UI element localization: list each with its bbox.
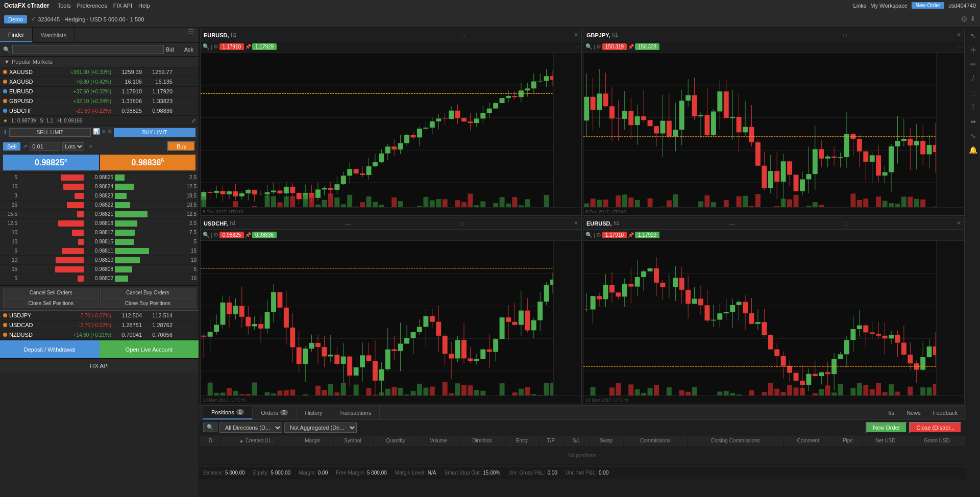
cancel-buy-btn[interactable]: Cancel Buy Orders: [100, 288, 196, 297]
chart-pin-icon[interactable]: 📌: [245, 44, 251, 49]
tab-positions[interactable]: Positions 0: [203, 406, 253, 419]
table-header-cell[interactable]: ID: [200, 436, 220, 445]
table-header-cell[interactable]: S/L: [565, 436, 589, 445]
table-header-cell[interactable]: T/P: [539, 436, 564, 445]
order-book-row[interactable]: 12.5 0.98818 2.5: [0, 219, 199, 228]
chart-minimize-icon[interactable]: —: [729, 220, 734, 227]
download-icon[interactable]: ⬇: [970, 14, 976, 24]
search-positions-icon[interactable]: 🔍: [203, 423, 217, 432]
volume-input[interactable]: [30, 142, 60, 151]
positions-new-order-btn[interactable]: New Order: [866, 422, 907, 433]
live-btn[interactable]: Open Live Account: [100, 340, 199, 358]
chart-close-icon[interactable]: ✕: [957, 220, 961, 227]
market-item-xauusd[interactable]: XAUUSD +381.00 (+0.30%) 1259.39 1259.77: [0, 67, 199, 77]
positions-close-btn[interactable]: Close (Disabl...: [909, 422, 962, 433]
table-header-cell[interactable]: Gross USD: [910, 436, 965, 445]
order-book-row[interactable]: 5 0.98802 10: [0, 274, 199, 283]
zoom-in-icon[interactable]: 🔍: [203, 232, 210, 238]
cancel-sell-btn[interactable]: Cancel Sell Orders: [3, 288, 99, 297]
line-icon[interactable]: /: [970, 72, 976, 85]
chart-settings-icon[interactable]: ⚙: [596, 232, 601, 238]
chart-maximize-icon[interactable]: □: [461, 32, 464, 38]
market-item-usdjpy[interactable]: USDJPY -7.70 (-0.07%) 112.504 112.514: [0, 311, 199, 320]
market-item-usdcad[interactable]: USDCAD -2.70 (-0.02%) 1.28751 1.28762: [0, 320, 199, 330]
workspace-btn[interactable]: My Workspace: [870, 3, 908, 9]
tab-watchlists[interactable]: Watchlists: [33, 28, 75, 42]
chart-body[interactable]: 13 Dec 2017, UTC+0: [201, 241, 581, 404]
chart-pin-icon[interactable]: 📌: [628, 232, 634, 238]
crosshair-icon[interactable]: ✛: [968, 44, 978, 56]
table-header-cell[interactable]: Symbol: [333, 436, 373, 445]
chart-more-icon[interactable]: ⋯: [957, 232, 962, 238]
buy-limit-btn[interactable]: BUY LIMIT: [114, 128, 195, 137]
order-book-row[interactable]: 5 0.98811 15: [0, 246, 199, 256]
chart-maximize-icon[interactable]: □: [844, 220, 847, 227]
buy-btn[interactable]: Buy: [167, 141, 195, 152]
sell-limit-btn[interactable]: SELL LIMIT: [9, 128, 91, 137]
settings-icon[interactable]: ⚙: [961, 14, 968, 24]
chart-close-icon[interactable]: ✕: [574, 32, 578, 38]
chart-more-icon[interactable]: ⋯: [957, 44, 962, 49]
sell-price-display[interactable]: 0.98825s: [3, 155, 99, 170]
chart-pin-icon[interactable]: 📌: [245, 232, 251, 238]
alert-icon[interactable]: 🔔: [967, 144, 979, 156]
order-book-row[interactable]: 3 0.98823 10.5: [0, 191, 199, 201]
table-header-cell[interactable]: Net USD: [863, 436, 909, 445]
order-book-row[interactable]: 15.5 0.98821 12.5: [0, 210, 199, 219]
menu-tools[interactable]: Tools: [58, 3, 71, 9]
table-header-cell[interactable]: Margin: [294, 436, 332, 445]
volume-select[interactable]: Lots: [62, 142, 84, 151]
chart-settings-icon[interactable]: ⚙: [213, 43, 218, 50]
buy-price-display[interactable]: 0.988366: [100, 155, 196, 170]
chart-more-icon[interactable]: ⋯: [574, 232, 579, 238]
chart-minimize-icon[interactable]: —: [346, 32, 352, 38]
measure-icon[interactable]: ⬌: [968, 115, 978, 128]
news-tab[interactable]: News: [902, 410, 925, 416]
order-book-row[interactable]: 10 0.98815 5: [0, 237, 199, 246]
order-book-row[interactable]: 15 0.98808 5: [0, 265, 199, 274]
aggregation-select[interactable]: Not Aggregated (De...: [284, 423, 357, 433]
tab-finder[interactable]: Finder: [0, 28, 33, 42]
deposit-btn[interactable]: Deposit / Withdrawal: [0, 340, 100, 358]
chart-minimize-icon[interactable]: —: [728, 32, 733, 38]
market-item-nzdusd[interactable]: NZDUSD +14.60 (+0.21%) 0.70041 0.70056: [0, 330, 199, 340]
table-header-cell[interactable]: Quantity: [374, 436, 418, 445]
rect-icon[interactable]: □: [969, 87, 977, 99]
tab-transactions[interactable]: Transactions: [331, 406, 380, 419]
close-buy-btn[interactable]: Close Buy Positions: [100, 299, 196, 308]
chart-body[interactable]: 8 Dec 2017, UTC+0: [201, 53, 581, 215]
pen-icon[interactable]: ✏: [968, 58, 978, 70]
chart-close-icon[interactable]: ✕: [957, 32, 961, 38]
direction-select[interactable]: All Directions (D...: [219, 423, 282, 433]
menu-preferences[interactable]: Preferences: [77, 3, 107, 9]
order-book-row[interactable]: 5 0.98825 2.5: [0, 173, 199, 182]
star-icon[interactable]: ★: [3, 118, 8, 123]
menu-fix-api[interactable]: FIX API: [113, 3, 132, 9]
order-book-row[interactable]: 10 0.98817 7.5: [0, 228, 199, 237]
table-header-cell[interactable]: Swap: [590, 436, 623, 445]
sidebar-menu-icon[interactable]: ☰: [184, 28, 199, 42]
text-icon[interactable]: T: [969, 101, 977, 113]
chart-more-icon[interactable]: ⋯: [574, 44, 579, 49]
chart-pin-icon[interactable]: 📌: [628, 44, 634, 49]
zoom-in-icon[interactable]: 🔍: [203, 43, 210, 50]
fib-icon[interactable]: ∿: [968, 130, 978, 142]
table-header-cell[interactable]: Entry: [506, 436, 538, 445]
sell-arrow-icon[interactable]: ↗: [22, 143, 28, 150]
menu-help[interactable]: Help: [138, 3, 150, 9]
chart-close-icon[interactable]: ✕: [574, 220, 578, 227]
fix-api-bar[interactable]: FIX API: [0, 358, 199, 372]
table-header-cell[interactable]: Pips: [834, 436, 862, 445]
chart-body[interactable]: 8 Dec 2017, UTC+0: [583, 53, 964, 215]
search-input[interactable]: [12, 45, 164, 54]
table-header-cell[interactable]: Closing Commissions: [688, 436, 782, 445]
table-header-cell[interactable]: Comment: [784, 436, 833, 445]
new-order-menu-btn[interactable]: New Order: [912, 2, 944, 9]
tab-orders[interactable]: Orders 0: [253, 406, 297, 419]
chart-settings-icon[interactable]: ⚙: [213, 232, 218, 238]
cursor-icon[interactable]: ↖: [968, 30, 978, 42]
popular-markets-header[interactable]: ▼ Popular Markets: [0, 57, 199, 67]
table-header-cell[interactable]: Volume: [419, 436, 459, 445]
chart-maximize-icon[interactable]: □: [460, 220, 464, 227]
chart-settings-icon[interactable]: ⚙: [596, 43, 601, 50]
